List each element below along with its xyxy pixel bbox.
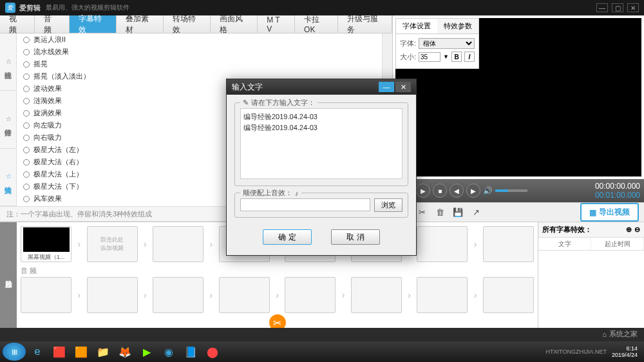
tab-audio[interactable]: 音 频 <box>35 15 70 33</box>
side-tabs: ☆出现特效 ☆停留特效 ☆消失特效 <box>0 33 17 206</box>
play-button[interactable]: ▶ <box>416 184 430 198</box>
font-panel: 字体设置 特效参数 字体: 楷体 大小: ▼ B I <box>395 18 479 69</box>
cancel-button[interactable]: 取 消 <box>331 229 380 245</box>
audio-clip-empty[interactable] <box>21 277 71 313</box>
tab-mtv[interactable]: M T V <box>258 15 295 33</box>
maximize-button[interactable]: ▢ <box>612 3 623 12</box>
bold-button[interactable]: B <box>451 52 462 62</box>
arrow-icon: › <box>470 290 480 300</box>
watermark: ⌂系统之家 <box>602 329 638 339</box>
task-ie[interactable]: e <box>27 343 48 361</box>
tab-overlay[interactable]: 叠加素材 <box>117 15 164 33</box>
side-tab-stay[interactable]: ☆停留特效 <box>0 91 16 148</box>
clip-empty[interactable] <box>153 226 204 262</box>
app-subtitle: 最易用、强大的视频剪辑软件 <box>46 3 129 12</box>
task-folder[interactable]: 📁 <box>93 343 113 361</box>
volume-slider[interactable] <box>495 189 527 192</box>
tab-style[interactable]: 画面风格 <box>211 15 258 33</box>
browse-button[interactable]: 浏览 <box>374 198 402 212</box>
arrow-icon: › <box>140 239 150 249</box>
audio-clip-empty[interactable] <box>351 277 402 313</box>
side-tab-appear[interactable]: ☆出现特效 <box>0 33 16 91</box>
preview-toolbar: 📷 ✂ 🗑 💾 ↗ ▦ 导出视频 <box>393 202 644 222</box>
music-note-icon: ♪ <box>295 189 299 197</box>
export-icon: ▦ <box>589 208 596 217</box>
remove-subtitle-icon[interactable]: ⊖ <box>634 225 640 234</box>
edit-icon: ✎ <box>243 99 249 107</box>
main-tabs: 视 频 音 频 字幕特效 叠加素材 转场特效 画面风格 M T V 卡拉OK 升… <box>0 15 392 33</box>
font-tab-settings[interactable]: 字体设置 <box>396 19 437 33</box>
prev-frame-button[interactable]: ◀ <box>450 184 464 198</box>
arrow-icon: › <box>338 290 348 300</box>
task-aijianji[interactable]: ◉ <box>158 343 179 361</box>
tab-transition[interactable]: 转场特效 <box>164 15 211 33</box>
delete-button[interactable]: 🗑 <box>434 207 446 218</box>
fx-item[interactable]: 流水线效果 <box>17 46 382 58</box>
add-subtitle-icon[interactable]: ⊕ <box>626 225 632 234</box>
audio-clip-empty[interactable] <box>153 277 204 313</box>
task-record[interactable]: ⬤ <box>202 343 223 361</box>
audio-path-input[interactable] <box>240 198 370 211</box>
italic-button[interactable]: I <box>464 52 475 62</box>
timecode: 00:00:00.000 00:01:00.000 <box>595 182 640 200</box>
minimize-button[interactable]: — <box>596 3 608 12</box>
audio-row-label: 音 频 <box>21 266 534 276</box>
cut-button[interactable]: ✂ <box>416 207 428 218</box>
task-firefox[interactable]: 🦊 <box>115 343 135 361</box>
audio-clip-empty[interactable] <box>219 277 270 313</box>
clip-1[interactable]: 黑幕视频（1... <box>21 226 71 262</box>
arrow-icon: › <box>74 239 84 249</box>
clip-empty[interactable] <box>417 226 468 262</box>
arrow-icon: › <box>140 290 150 300</box>
system-tray[interactable]: HTXITONGZHIJIA.NET 6:142019/4/24 <box>546 345 641 358</box>
tab-video[interactable]: 视 频 <box>0 15 35 33</box>
next-frame-button[interactable]: ▶ <box>466 184 480 198</box>
player-controls: 2X ▶ ■ ◀ ▶ 🔊 00:00:00.000 00:01:00.000 <box>393 179 644 202</box>
tab-karaoke[interactable]: 卡拉OK <box>295 15 338 33</box>
app-logo: 爱 <box>5 3 15 13</box>
font-tab-params[interactable]: 特效参数 <box>437 19 478 33</box>
task-app[interactable]: 🟥 <box>49 343 70 361</box>
tab-upgrade[interactable]: 升级与服务 <box>338 15 392 33</box>
side-tab-disappear[interactable]: ☆消失特效 <box>0 149 16 206</box>
size-input[interactable] <box>419 52 440 62</box>
ok-button[interactable]: 确 定 <box>263 229 312 245</box>
taskbar: ⊞ e 🟥 🟧 📁 🦊 ▶ ◉ 📘 ⬤ HTXITONGZHIJIA.NET 6… <box>0 341 644 362</box>
arrow-icon: › <box>74 290 84 300</box>
font-select[interactable]: 楷体 <box>419 38 475 49</box>
arrow-icon: › <box>470 239 480 249</box>
task-app[interactable]: 📘 <box>180 343 201 361</box>
subtitle-list-title: 所有字幕特效： <box>542 225 592 234</box>
arrow-icon: › <box>272 290 282 300</box>
scissors-button[interactable]: ✂ <box>267 312 288 328</box>
clip-add-hint[interactable]: 双击此处添加视频 <box>87 226 138 262</box>
task-app[interactable]: ▶ <box>137 343 157 361</box>
fx-item[interactable]: 摇晃 <box>17 58 382 70</box>
audio-clip-empty[interactable] <box>87 277 138 313</box>
col-text: 文字 <box>538 238 591 250</box>
audio-clip-empty[interactable] <box>483 277 534 313</box>
export-video-button[interactable]: ▦ 导出视频 <box>580 203 639 222</box>
timeline-side-label: 已添加片段 <box>0 222 17 328</box>
clip-empty[interactable] <box>483 226 534 262</box>
tab-subtitle-fx[interactable]: 字幕特效 <box>70 15 117 33</box>
audio-clip-empty[interactable] <box>285 277 336 313</box>
col-time: 起止时间 <box>591 238 644 250</box>
fx-item[interactable]: 奥运人浪II <box>17 33 382 46</box>
start-button[interactable]: ⊞ <box>3 343 26 361</box>
arrow-icon: › <box>404 290 414 300</box>
dialog-close-button[interactable]: ✕ <box>395 82 411 92</box>
save-button[interactable]: 💾 <box>452 207 464 218</box>
font-label: 字体: <box>400 39 416 48</box>
stop-button[interactable]: ■ <box>433 184 447 198</box>
arrow-icon: › <box>206 290 216 300</box>
size-label: 大小: <box>400 52 416 62</box>
close-button[interactable]: ✕ <box>627 3 639 12</box>
audio-clip-empty[interactable] <box>417 277 468 313</box>
subtitle-text-input[interactable]: 编导经验2019.04.24-03 编导经验2019.04.24-03 <box>240 108 402 179</box>
volume-icon[interactable]: 🔊 <box>483 186 493 195</box>
task-app[interactable]: 🟧 <box>71 343 91 361</box>
dialog-minimize-button[interactable]: — <box>379 82 394 92</box>
share-button[interactable]: ↗ <box>470 207 482 218</box>
arrow-icon: › <box>206 239 216 249</box>
